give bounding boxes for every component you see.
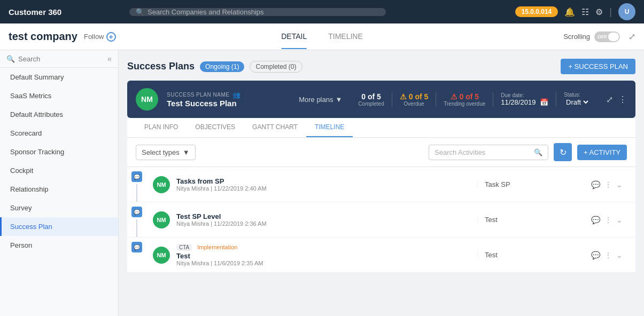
- stat-completed-value: 0 of 5: [358, 92, 384, 101]
- toggle-label: OFF: [595, 34, 607, 40]
- collapse-icon[interactable]: «: [107, 54, 112, 63]
- timeline-item: 💬 NM Test SP Level Nitya Mishra | 11/22/…: [127, 202, 635, 238]
- item-details: Tasks from SP Nitya Mishra | 11/22/2019 …: [176, 177, 471, 192]
- sidebar-item-cockpit[interactable]: Cockpit: [0, 161, 118, 180]
- item-title: Test SP Level: [176, 212, 471, 220]
- plan-tabs: PLAN INFO OBJECTIVES GANTT CHART TIMELIN…: [127, 118, 635, 138]
- main-tabs: DETAIL TIMELINE: [281, 25, 363, 49]
- calendar-icon[interactable]: 📅: [540, 98, 548, 106]
- add-activity-button[interactable]: + ACTIVITY: [577, 145, 627, 160]
- bell-icon[interactable]: 🔔: [564, 7, 575, 17]
- more-action-icon[interactable]: ⋮: [604, 216, 612, 224]
- plan-name: Test Success Plan: [167, 99, 290, 108]
- scrolling-toggle-switch[interactable]: OFF: [594, 31, 620, 42]
- plan-more-button[interactable]: More plans ▼: [299, 96, 342, 104]
- plan-tab-timeline[interactable]: TIMELINE: [306, 118, 353, 137]
- stat-trending: ⚠0 of 5 Trending overdue: [436, 92, 493, 107]
- scrolling-label: Scrolling: [563, 33, 590, 41]
- sidebar-search-area: 🔍 «: [0, 50, 118, 68]
- due-date-block: Due date: 11/28/2019 📅: [493, 92, 556, 106]
- more-action-icon[interactable]: ⋮: [604, 180, 612, 189]
- global-search-input[interactable]: [148, 8, 379, 16]
- comment-icon: 💬: [134, 209, 140, 215]
- timeline-dot: 💬: [131, 242, 142, 252]
- implementation-badge: Implementation: [197, 244, 237, 250]
- sidebar-item-survey[interactable]: Survey: [0, 199, 118, 217]
- company-name: test company: [9, 30, 77, 43]
- stat-overdue-value: ⚠0 of 5: [400, 92, 429, 101]
- expand-icon[interactable]: ⌄: [616, 216, 623, 224]
- timeline-dot: 💬: [131, 207, 142, 217]
- follow-button[interactable]: Follow +: [84, 32, 116, 42]
- stat-overdue-label: Overdue: [400, 101, 429, 107]
- tab-timeline[interactable]: TIMELINE: [328, 25, 363, 49]
- plan-tab-gantt[interactable]: GANTT CHART: [244, 118, 306, 137]
- completed-badge[interactable]: Completed (0): [250, 61, 302, 73]
- more-options-icon[interactable]: ⋮: [618, 94, 627, 105]
- sidebar-item-sponsor-tracking[interactable]: Sponsor Tracking: [0, 143, 118, 161]
- plan-card: NM SUCCESS PLAN NAME 👥 Test Success Plan…: [127, 81, 635, 118]
- user-icon[interactable]: ⚙: [595, 7, 603, 17]
- sidebar: 🔍 « Default Summary SaaS Metrics Default…: [0, 50, 119, 316]
- stat-completed-label: Completed: [358, 101, 384, 107]
- timeline-indicator: 💬: [127, 167, 146, 202]
- app-title: Customer 360: [9, 7, 61, 17]
- timeline-dot: 💬: [131, 171, 142, 182]
- global-search[interactable]: 🔍: [129, 8, 386, 16]
- refresh-button[interactable]: ↻: [554, 143, 572, 161]
- version-badge: 15.0.0.014: [515, 6, 558, 17]
- toggle-knob: [608, 33, 619, 41]
- sidebar-item-relationship[interactable]: Relationship: [0, 180, 118, 199]
- expand-icon[interactable]: ⌄: [616, 180, 623, 189]
- timeline-item-content: NM Test SP Level Nitya Mishra | 11/22/20…: [146, 202, 635, 237]
- item-description: Test: [478, 216, 585, 224]
- avatar[interactable]: U: [618, 3, 635, 20]
- item-description: Test: [478, 251, 585, 259]
- more-action-icon[interactable]: ⋮: [604, 251, 612, 259]
- sidebar-search-input[interactable]: [18, 55, 104, 63]
- timeline-indicator: 💬: [127, 238, 146, 272]
- item-title: Tasks from SP: [176, 177, 471, 185]
- timeline-line: [136, 184, 137, 202]
- ongoing-badge[interactable]: Ongoing (1): [200, 61, 244, 72]
- sidebar-search-icon: 🔍: [6, 55, 15, 63]
- item-meta: Nitya Mishra | 11/22/2019 2:40 AM: [176, 185, 471, 192]
- search-activities-icon: 🔍: [534, 148, 542, 156]
- plan-stats: 0 of 5 Completed ⚠0 of 5 Overdue ⚠0 of 5…: [351, 92, 598, 107]
- add-success-plan-button[interactable]: + SUCCESS PLAN: [561, 59, 635, 74]
- sidebar-item-saas-metrics[interactable]: SaaS Metrics: [0, 86, 118, 105]
- comment-action-icon[interactable]: 💬: [591, 180, 600, 189]
- comment-action-icon[interactable]: 💬: [591, 251, 600, 259]
- timeline-item-content: NM CTA Implementation Test Nitya Mishra …: [146, 238, 635, 272]
- type-select-dropdown[interactable]: Select types ▼: [136, 145, 196, 160]
- comment-action-icon[interactable]: 💬: [591, 216, 600, 224]
- cta-badge: CTA: [176, 244, 192, 251]
- sidebar-item-scorecard[interactable]: Scorecard: [0, 124, 118, 143]
- item-details: CTA Implementation Test Nitya Mishra | 1…: [176, 244, 471, 266]
- status-select[interactable]: Draft: [564, 98, 590, 107]
- sidebar-item-person[interactable]: Person: [0, 236, 118, 255]
- share-plan-icon[interactable]: ⤢: [606, 94, 613, 105]
- expand-icon[interactable]: ⌄: [616, 251, 623, 259]
- tab-detail[interactable]: DETAIL: [281, 25, 307, 49]
- item-avatar: NM: [153, 176, 170, 193]
- plan-tab-objectives[interactable]: OBJECTIVES: [187, 118, 244, 137]
- search-activities-input[interactable]: [434, 148, 531, 156]
- stat-trending-label: Trending overdue: [444, 101, 485, 107]
- due-date-label: Due date:: [501, 92, 548, 98]
- timeline-indicator: 💬: [127, 202, 146, 237]
- item-meta: Nitya Mishra | 11/6/2019 2:35 AM: [176, 260, 471, 266]
- sidebar-items: Default Summary SaaS Metrics Default Att…: [0, 68, 118, 316]
- item-actions: 💬 ⋮ ⌄: [591, 251, 629, 259]
- timeline-list: 💬 NM Tasks from SP Nitya Mishra | 11/22/…: [127, 167, 635, 273]
- timeline-line: [136, 219, 137, 237]
- sidebar-item-default-summary[interactable]: Default Summary: [0, 68, 118, 86]
- sidebar-item-default-attributes[interactable]: Default Attributes: [0, 105, 118, 124]
- sidebar-item-success-plan[interactable]: Success Plan: [0, 217, 118, 236]
- top-nav: Customer 360 🔍 15.0.0.014 🔔 ☷ ⚙ | U: [0, 0, 644, 23]
- timeline-item: 💬 NM Tasks from SP Nitya Mishra | 11/22/…: [127, 167, 635, 202]
- share-icon[interactable]: ⤢: [629, 31, 635, 42]
- item-title: Test: [176, 252, 471, 260]
- plan-tab-info[interactable]: PLAN INFO: [136, 118, 187, 137]
- chart-icon[interactable]: ☷: [581, 7, 589, 17]
